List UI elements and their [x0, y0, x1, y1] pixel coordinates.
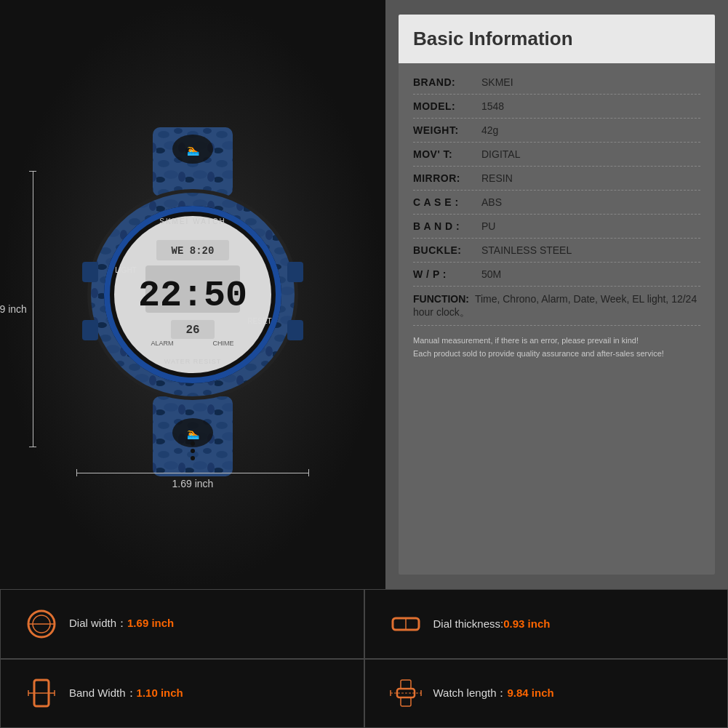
svg-text:WE 8:20: WE 8:20 — [172, 245, 215, 257]
info-row: WEIGHT:42g — [413, 119, 700, 143]
watch-image: 🏊 🏊 — [69, 127, 316, 476]
svg-point-15 — [191, 449, 195, 453]
watch-length-icon — [387, 674, 425, 712]
band-width-text: Band Width：1.10 inch — [69, 687, 183, 700]
svg-rect-21 — [287, 262, 303, 282]
svg-rect-22 — [287, 320, 303, 340]
dial-width-cell: Dial width：1.69 inch — [0, 589, 364, 659]
svg-rect-52 — [401, 680, 411, 689]
svg-point-14 — [191, 456, 195, 460]
width-dimension-label: 1.69 inch — [172, 478, 214, 489]
band-width-cell: Band Width：1.10 inch — [0, 659, 364, 729]
svg-text:22:50: 22:50 — [138, 275, 247, 316]
svg-text:🏊: 🏊 — [187, 144, 200, 156]
watch-length-text: Watch length：9.84 inch — [433, 687, 554, 700]
watch-panel: 1.89 inch 1.69 inch — [0, 0, 385, 589]
svg-rect-53 — [401, 697, 411, 706]
height-dimension-label: 1.89 inch — [0, 303, 27, 315]
info-row: MIRROR:RESIN — [413, 167, 700, 191]
svg-point-16 — [191, 441, 195, 446]
svg-text:ALARM: ALARM — [151, 340, 173, 347]
watch-length-cell: Watch length：9.84 inch — [364, 659, 729, 729]
svg-text:SKMEI WATCH: SKMEI WATCH — [159, 217, 225, 225]
measurement-strip: Dial width：1.69 inch Dial thickness:0.93… — [0, 589, 728, 728]
info-row: BUCKLE:STAINLESS STEEL — [413, 239, 700, 263]
svg-text:🏊: 🏊 — [187, 428, 200, 440]
info-card: Basic Information BRAND:SKMEIMODEL:1548W… — [399, 15, 715, 575]
dial-width-text: Dial width：1.69 inch — [69, 617, 174, 631]
info-row: MODEL:1548 — [413, 95, 700, 119]
dial-thickness-cell: Dial thickness:0.93 inch — [364, 589, 729, 659]
svg-text:RESET: RESET — [247, 317, 271, 325]
info-title-bar: Basic Information — [399, 15, 715, 63]
info-row: B A N D :PU — [413, 215, 700, 239]
info-row: MOV' T:DIGITAL — [413, 143, 700, 167]
svg-text:WATER RESIST: WATER RESIST — [164, 358, 222, 365]
info-row: C A S E :ABS — [413, 191, 700, 215]
dial-thickness-text: Dial thickness:0.93 inch — [433, 617, 551, 630]
svg-text:LIGHT: LIGHT — [115, 266, 136, 274]
dial-thickness-icon — [387, 605, 425, 643]
band-width-icon — [23, 674, 60, 712]
svg-rect-19 — [82, 262, 98, 282]
info-panel: Basic Information BRAND:SKMEIMODEL:1548W… — [385, 0, 728, 589]
dial-width-icon — [23, 605, 60, 643]
info-row: BRAND:SKMEI — [413, 71, 700, 95]
svg-text:CHIME: CHIME — [213, 340, 234, 347]
svg-rect-20 — [82, 320, 98, 340]
svg-text:26: 26 — [185, 324, 199, 337]
info-title: Basic Information — [413, 28, 573, 49]
info-row: W / P :50M — [413, 263, 700, 287]
